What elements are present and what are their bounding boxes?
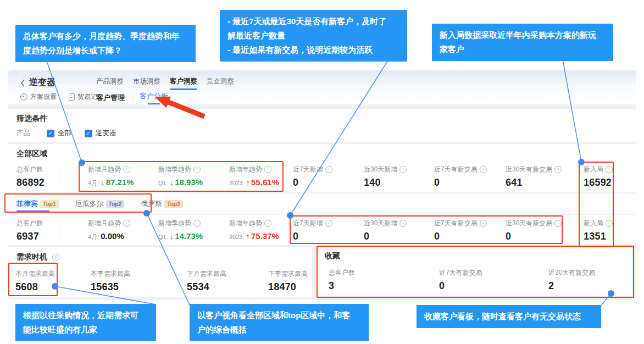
info-icon[interactable]: [325, 220, 332, 227]
top-region-card: 菲律宾 Top1 厄瓜多尔 Top2 俄罗斯 Top3 总客户数 6937 新增…: [8, 193, 636, 245]
stat-quarter-trend: 新增季趋势 Q1:↓14.73%: [158, 219, 203, 241]
document-icon: [69, 93, 75, 101]
filter-card: 筛选条件 产品 全部 逆变器: [8, 109, 636, 142]
page-title: 逆变器: [29, 77, 55, 88]
info-icon[interactable]: [193, 166, 201, 173]
subtab-customer-analysis[interactable]: 客户分析: [140, 91, 168, 104]
info-icon[interactable]: [606, 166, 613, 173]
stat-year-trend: 新增年趋势 2023:↑75.37%: [229, 219, 279, 241]
info-icon[interactable]: [123, 220, 130, 227]
checkbox-all-label: 全部: [58, 129, 71, 138]
column-divider: [59, 167, 59, 186]
filter-title: 筛选条件: [16, 114, 47, 124]
info-icon[interactable]: [606, 220, 613, 227]
region-tab-ecuador[interactable]: 厄瓜多尔 Top2: [75, 199, 125, 209]
info-icon[interactable]: [480, 220, 487, 227]
favorites-title: 收藏: [325, 251, 340, 261]
subtab-divider: [132, 95, 132, 102]
info-icon[interactable]: [123, 166, 130, 173]
filter-field-label: 产品: [16, 129, 47, 138]
stat-trade-7d: 近7天有新交易 0: [434, 165, 487, 188]
info-icon[interactable]: [264, 166, 271, 173]
main-tabs: 产品洞察 市场洞察 客户洞察 竞企洞察: [96, 77, 243, 90]
annotation-bottom-left: 根据以往采购情况，近期需求可 能比较旺盛的有几家: [15, 304, 156, 341]
stat-new-30d: 近30天新增 140: [364, 165, 407, 188]
page-header: 逆变器 产品洞察 市场洞察 客户洞察 竞企洞察 方案设置 贸易记录 客户管理 客…: [8, 70, 636, 104]
tab-market-insight[interactable]: 市场洞察: [133, 77, 160, 90]
stat-trade-30d: 近30天有新交易 641: [506, 165, 562, 188]
checkbox-checked-icon: [85, 130, 92, 137]
tab-customer-insight[interactable]: 客户洞察: [170, 77, 197, 90]
annotation-bottom-right: 收藏客户看板，随时查看客户有无交易状态: [417, 305, 601, 328]
stat-quarter-trend: 新增季趋势 Q1:↓18.93%: [158, 165, 203, 187]
all-region-title: 全部区域: [16, 149, 47, 159]
info-icon[interactable]: [264, 220, 271, 227]
info-icon[interactable]: [399, 220, 407, 227]
favorites-card: 收藏 总客户数 3 近7天有新交易 0 近30天有新交易 2: [317, 246, 632, 296]
stat-new-entrants: 新入局 16592: [584, 165, 613, 188]
annotation-bottom-middle: 以客户视角看全部区域和top区域中，和客 户的综合概括: [190, 304, 369, 341]
stat-fav-trade-30d: 近30天有新交易 2: [548, 268, 595, 292]
stat-demand-this-month: 本月需求最高 5608: [15, 269, 55, 293]
subtab-customer-management[interactable]: 客户管理: [96, 93, 125, 103]
all-region-card: 全部区域 总客户数 86892 新增月趋势 4月:↓87.21% 新增季趋势 Q…: [8, 144, 636, 192]
settings-icon: [20, 93, 27, 101]
stat-total-customers: 总客户数 86892: [16, 165, 45, 188]
top2-badge: Top2: [106, 200, 125, 208]
stat-trade-7d: 近7天有新交易 0: [434, 219, 487, 242]
stat-year-trend: 新增年趋势 2023:↑55.61%: [229, 165, 279, 187]
stat-fav-total: 总客户数 3: [329, 268, 355, 292]
top1-badge: Top1: [40, 200, 59, 208]
info-icon[interactable]: [399, 166, 407, 173]
info-icon[interactable]: [52, 254, 59, 261]
checkbox-inverter[interactable]: 逆变器: [85, 129, 116, 138]
stat-month-trend: 新增月趋势 4月:↓87.21%: [88, 165, 134, 187]
tab-product-insight[interactable]: 产品洞察: [96, 77, 124, 90]
info-icon[interactable]: [193, 220, 201, 227]
back-chevron-icon: [20, 79, 25, 87]
checkbox-checked-icon: [47, 130, 54, 137]
info-icon[interactable]: [554, 220, 562, 227]
stat-month-trend: 新增月趋势 4月:0.00%: [88, 219, 130, 241]
annotation-top-right: 新入局数据采取近半年内采购本方案的新玩 家客户: [432, 24, 613, 61]
stat-new-30d: 近30天新增 0: [364, 219, 407, 242]
active-region-tab-underline: [16, 210, 49, 212]
region-tab-philippines[interactable]: 菲律宾 Top1: [16, 199, 59, 209]
favorites-separator: [325, 263, 624, 263]
region-tab-russia[interactable]: 俄罗斯 Top3: [141, 199, 183, 209]
info-icon[interactable]: [554, 166, 562, 173]
stat-fav-trade-7d: 近7天有新交易 0: [439, 268, 482, 292]
demand-timing-title: 需求时机: [16, 252, 59, 262]
annotation-top-middle: - 最近7天或最近30天是否有新客户，及时了 解最近客户数量 - 最近如果有新交…: [220, 10, 407, 62]
filter-row: 产品 全部 逆变器: [16, 129, 130, 138]
stat-new-7d: 近7天新增 0: [293, 219, 332, 242]
stat-new-entrants: 新入局 1351: [584, 219, 613, 242]
app-window: 逆变器 产品洞察 市场洞察 客户洞察 竞企洞察 方案设置 贸易记录 客户管理 客…: [8, 70, 636, 300]
info-icon[interactable]: [325, 166, 332, 173]
region-tabs: 菲律宾 Top1 厄瓜多尔 Top2 俄罗斯 Top3: [16, 199, 199, 209]
back-button[interactable]: 逆变器: [20, 77, 55, 88]
plan-settings-link[interactable]: 方案设置: [20, 92, 57, 102]
checkbox-inverter-label: 逆变器: [96, 129, 116, 138]
tabs-separator: [8, 214, 636, 215]
stat-trade-30d: 近30天有新交易 0: [506, 219, 562, 242]
annotation-top-left: 总体客户有多少，月度趋势、季度趋势和年 度趋势分别是增长或下降？: [15, 25, 196, 62]
column-divider: [59, 221, 59, 240]
plan-settings-label: 方案设置: [30, 92, 57, 102]
sub-tabs: 客户管理 客户分析: [96, 91, 168, 104]
stat-total-customers: 总客户数 6937: [16, 219, 43, 242]
stat-demand-next-month: 下月需求最高 5534: [187, 269, 226, 293]
stat-demand-this-quarter: 本季需求最高 15635: [91, 269, 130, 293]
top3-badge: Top3: [164, 200, 183, 208]
info-icon[interactable]: [480, 166, 487, 173]
stat-demand-next-quarter: 下季需求最高 18470: [268, 269, 308, 293]
stat-new-7d: 近7天新增 0: [293, 165, 332, 188]
tab-competitor-insight[interactable]: 竞企洞察: [207, 77, 234, 90]
demand-timing-card: 需求时机 本月需求最高 5608 本季需求最高 15635 下月需求最高 553…: [8, 247, 312, 297]
quick-links: 方案设置 贸易记录: [20, 92, 104, 102]
checkbox-all[interactable]: 全部: [47, 129, 71, 138]
